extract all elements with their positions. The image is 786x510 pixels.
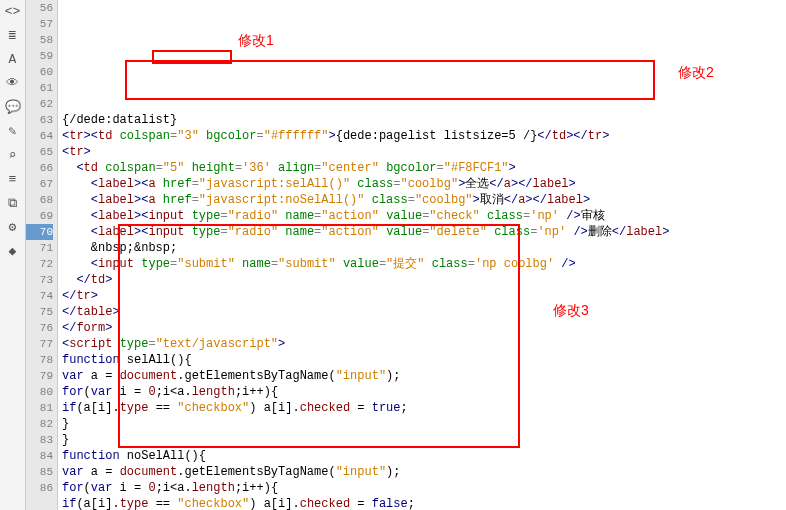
code-line[interactable]: <label><a href="javascript:noSelAll()" c… (62, 192, 786, 208)
code-line[interactable]: } (62, 432, 786, 448)
code-line[interactable]: var a = document.getElementsByTagName("i… (62, 368, 786, 384)
wand-icon[interactable]: ✎ (4, 122, 22, 140)
highlight-box-1 (152, 50, 232, 64)
code-line[interactable]: </td> (62, 272, 786, 288)
code-line[interactable]: for(var i = 0;i<a.length;i++){ (62, 384, 786, 400)
code-line[interactable]: } (62, 416, 786, 432)
code-line[interactable]: <label><input type="radio" name="action"… (62, 208, 786, 224)
code-icon[interactable]: <> (4, 2, 22, 20)
code-line[interactable]: <input type="submit" name="submit" value… (62, 256, 786, 272)
code-line[interactable]: var a = document.getElementsByTagName("i… (62, 464, 786, 480)
code-line[interactable]: </table> (62, 304, 786, 320)
code-line[interactable]: &nbsp;&nbsp; (62, 240, 786, 256)
code-line[interactable]: <tr><td colspan="3" bgcolor="#ffffff">{d… (62, 128, 786, 144)
lines-icon[interactable]: ⧉ (4, 194, 22, 212)
code-line[interactable]: if(a[i].type == "checkbox") a[i].checked… (62, 400, 786, 416)
code-line[interactable]: if(a[i].type == "checkbox") a[i].checked… (62, 496, 786, 510)
settings-icon[interactable]: ⚙ (4, 218, 22, 236)
script-icon[interactable]: ◆ (4, 242, 22, 260)
code-line[interactable]: {/dede:datalist} (62, 112, 786, 128)
line-gutter: 5657585960616263646566676869707172737475… (26, 0, 58, 510)
code-line[interactable]: for(var i = 0;i<a.length;i++){ (62, 480, 786, 496)
eye-icon[interactable]: 👁 (4, 74, 22, 92)
code-line[interactable]: <label><input type="radio" name="action"… (62, 224, 786, 240)
list-icon[interactable]: ≣ (4, 26, 22, 44)
code-line[interactable]: </tr> (62, 288, 786, 304)
highlight-box-2 (125, 60, 655, 100)
ruler-icon[interactable]: ≡ (4, 170, 22, 188)
side-toolbar: <> ≣ A 👁 💬 ✎ ⌕ ≡ ⧉ ⚙ ◆ (0, 0, 26, 510)
annotation-2: 修改2 (678, 64, 714, 80)
code-line[interactable]: <label><a href="javascript:selAll()" cla… (62, 176, 786, 192)
code-line[interactable]: function noSelAll(){ (62, 448, 786, 464)
code-area[interactable]: 修改1 修改2 修改3 {/dede:datalist}<tr><td cols… (58, 0, 786, 510)
code-line[interactable]: <script type="text/javascript"> (62, 336, 786, 352)
comment-icon[interactable]: 💬 (4, 98, 22, 116)
text-icon[interactable]: A (4, 50, 22, 68)
code-line[interactable]: function selAll(){ (62, 352, 786, 368)
annotation-1: 修改1 (238, 32, 274, 48)
code-line[interactable]: <td colspan="5" height='36' align="cente… (62, 160, 786, 176)
code-line[interactable]: </form> (62, 320, 786, 336)
code-line[interactable]: <tr> (62, 144, 786, 160)
tool-a-icon[interactable]: ⌕ (4, 146, 22, 164)
